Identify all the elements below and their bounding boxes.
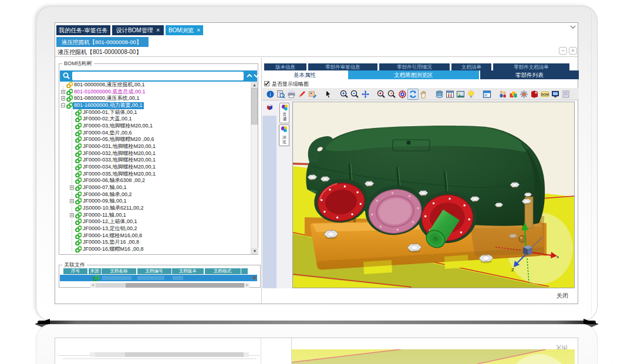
svg-text:FX: FX <box>448 94 453 97</box>
svg-text:Z: Z <box>511 267 514 272</box>
svg-text:i: i <box>270 92 271 97</box>
svg-text:x: x <box>557 254 559 259</box>
svg-text:BOM: BOM <box>541 93 549 96</box>
svg-text:Y: Y <box>521 223 525 228</box>
